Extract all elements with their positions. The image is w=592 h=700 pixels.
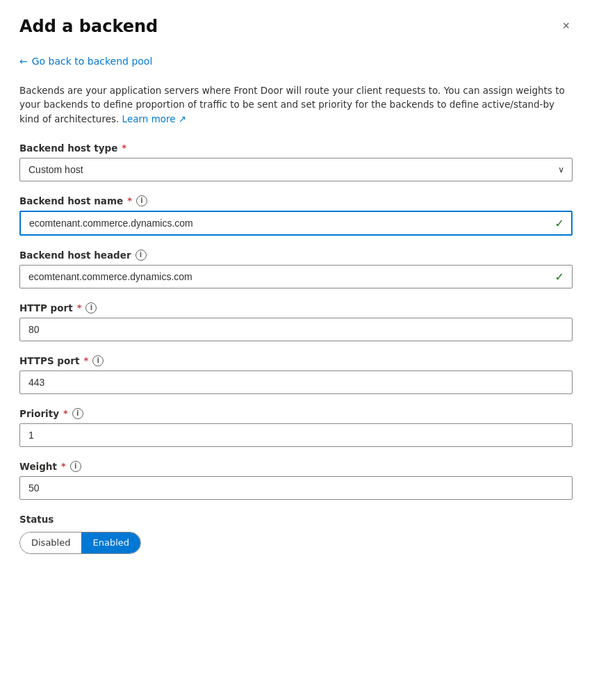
weight-group: Weight * i bbox=[19, 461, 573, 500]
back-to-backend-pool-link[interactable]: ← Go back to backend pool bbox=[19, 56, 573, 67]
info-icon-http-port: i bbox=[85, 302, 97, 314]
backend-host-type-group: Backend host type * Custom host App Serv… bbox=[19, 143, 573, 181]
status-toggle-group[interactable]: Disabled Enabled bbox=[19, 532, 141, 554]
http-port-input[interactable] bbox=[19, 318, 573, 341]
required-star-priority: * bbox=[63, 408, 68, 418]
http-port-wrapper bbox=[19, 318, 573, 341]
backend-host-header-wrapper: ✓ bbox=[19, 265, 573, 288]
info-icon-host-header: i bbox=[135, 250, 147, 261]
add-backend-panel: Add a backend × ← Go back to backend poo… bbox=[0, 0, 592, 700]
required-star-2: * bbox=[127, 195, 132, 206]
priority-label: Priority * i bbox=[19, 408, 573, 419]
weight-label: Weight * i bbox=[19, 461, 573, 472]
status-section: Status Disabled Enabled bbox=[19, 514, 573, 554]
backend-host-header-group: Backend host header i ✓ bbox=[19, 250, 573, 288]
check-icon-host-name: ✓ bbox=[555, 216, 564, 229]
priority-group: Priority * i bbox=[19, 408, 573, 447]
panel-title: Add a backend bbox=[19, 17, 158, 36]
back-link-text: Go back to backend pool bbox=[32, 56, 153, 67]
https-port-wrapper bbox=[19, 371, 573, 394]
backend-host-type-label: Backend host type * bbox=[19, 143, 573, 154]
weight-wrapper bbox=[19, 476, 573, 500]
info-icon-host-name: i bbox=[136, 195, 147, 206]
priority-input[interactable] bbox=[19, 423, 573, 447]
http-port-label: HTTP port * i bbox=[19, 302, 573, 314]
weight-input[interactable] bbox=[19, 476, 573, 500]
backend-host-name-wrapper: ✓ bbox=[19, 211, 573, 236]
backend-host-type-select[interactable]: Custom host App Service Cloud Service St… bbox=[19, 158, 573, 181]
close-button[interactable]: × bbox=[559, 17, 573, 35]
https-port-label: HTTPS port * i bbox=[19, 355, 573, 366]
backend-host-type-wrapper: Custom host App Service Cloud Service St… bbox=[19, 158, 573, 181]
backend-host-header-label: Backend host header i bbox=[19, 250, 573, 261]
required-star-weight: * bbox=[61, 461, 66, 471]
description-text: Backends are your application servers wh… bbox=[19, 83, 573, 126]
panel-header: Add a backend × bbox=[19, 17, 573, 36]
info-icon-https-port: i bbox=[92, 355, 104, 366]
https-port-group: HTTPS port * i bbox=[19, 355, 573, 394]
info-icon-priority: i bbox=[72, 408, 83, 419]
info-icon-weight: i bbox=[70, 461, 81, 472]
status-enabled-option[interactable]: Enabled bbox=[81, 532, 140, 553]
status-disabled-option[interactable]: Disabled bbox=[20, 532, 81, 553]
required-star: * bbox=[122, 143, 126, 153]
learn-more-link[interactable]: Learn more ↗ bbox=[122, 113, 187, 124]
https-port-input[interactable] bbox=[19, 371, 573, 394]
required-star-http: * bbox=[77, 302, 82, 313]
http-port-group: HTTP port * i bbox=[19, 302, 573, 341]
status-label: Status bbox=[19, 514, 573, 525]
back-arrow-icon: ← bbox=[19, 56, 28, 67]
backend-host-name-group: Backend host name * i ✓ bbox=[19, 195, 573, 236]
backend-host-name-label: Backend host name * i bbox=[19, 195, 573, 206]
external-link-icon: ↗ bbox=[179, 113, 186, 124]
check-icon-host-header: ✓ bbox=[555, 270, 564, 283]
required-star-https: * bbox=[83, 355, 88, 366]
backend-host-name-input[interactable] bbox=[19, 211, 573, 236]
priority-wrapper bbox=[19, 423, 573, 447]
backend-host-header-input[interactable] bbox=[19, 265, 573, 288]
